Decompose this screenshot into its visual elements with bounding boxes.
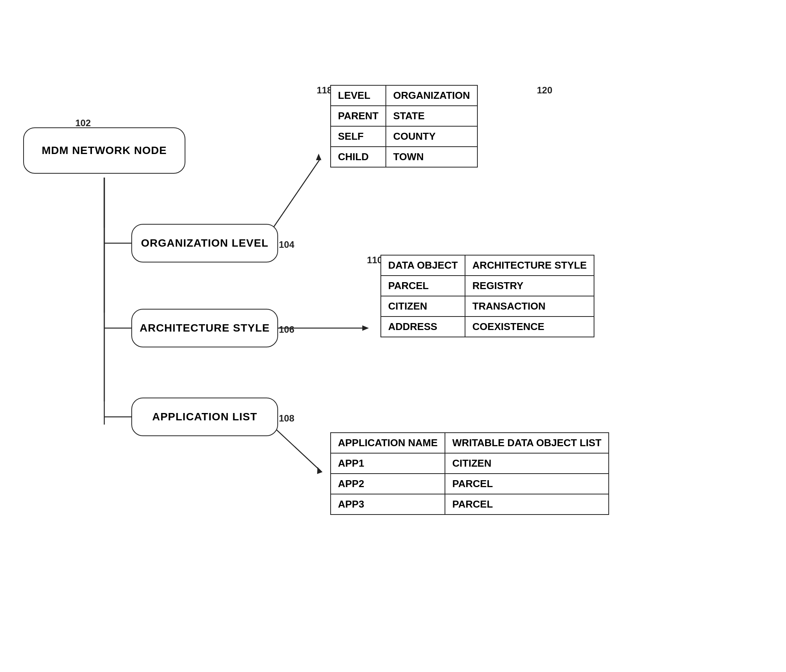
org-level-node: ORGANIZATION LEVEL <box>131 224 278 262</box>
table-cell: COUNTY <box>386 126 477 147</box>
diagram-container: MDM NETWORK NODE 102 ORGANIZATION LEVEL … <box>0 0 786 672</box>
table-cell: ADDRESS <box>381 317 465 337</box>
table-cell: PARCEL <box>381 276 465 296</box>
table-cell: TOWN <box>386 147 477 167</box>
table-cell: PARENT <box>331 106 386 126</box>
table-cell: WRITABLE DATA OBJECT LIST <box>445 433 609 453</box>
org-table: LEVELORGANIZATIONPARENTSTATESELFCOUNTYCH… <box>330 85 478 168</box>
mdm-ref: 102 <box>75 118 91 129</box>
table-cell: REGISTRY <box>465 276 594 296</box>
table-cell: APP2 <box>331 474 445 494</box>
table-cell: CHILD <box>331 147 386 167</box>
table-cell: ORGANIZATION <box>386 85 477 106</box>
table-cell: APPLICATION NAME <box>331 433 445 453</box>
table-cell: CITIZEN <box>445 453 609 474</box>
table-cell: COEXISTENCE <box>465 317 594 337</box>
mdm-network-node: MDM NETWORK NODE <box>23 127 185 174</box>
org-table-ref-right: 120 <box>537 85 552 96</box>
table-cell: CITIZEN <box>381 296 465 317</box>
table-cell: TRANSACTION <box>465 296 594 317</box>
arch-style-ref: 106 <box>279 324 294 335</box>
org-level-ref: 104 <box>279 239 294 250</box>
table-cell: APP1 <box>331 453 445 474</box>
table-cell: LEVEL <box>331 85 386 106</box>
table-cell: PARCEL <box>445 494 609 515</box>
arch-style-node: ARCHITECTURE STYLE <box>131 309 278 347</box>
table-cell: DATA OBJECT <box>381 255 465 276</box>
table-cell: APP3 <box>331 494 445 515</box>
arch-table: DATA OBJECTARCHITECTURE STYLEPARCELREGIS… <box>380 255 594 337</box>
table-cell: SELF <box>331 126 386 147</box>
svg-marker-8 <box>316 154 321 160</box>
svg-marker-10 <box>362 325 369 331</box>
app-table: APPLICATION NAMEWRITABLE DATA OBJECT LIS… <box>330 432 609 515</box>
app-list-ref: 108 <box>279 413 294 424</box>
table-cell: ARCHITECTURE STYLE <box>465 255 594 276</box>
app-list-node: APPLICATION LIST <box>131 398 278 436</box>
table-cell: PARCEL <box>445 474 609 494</box>
table-cell: STATE <box>386 106 477 126</box>
svg-marker-12 <box>317 467 323 474</box>
